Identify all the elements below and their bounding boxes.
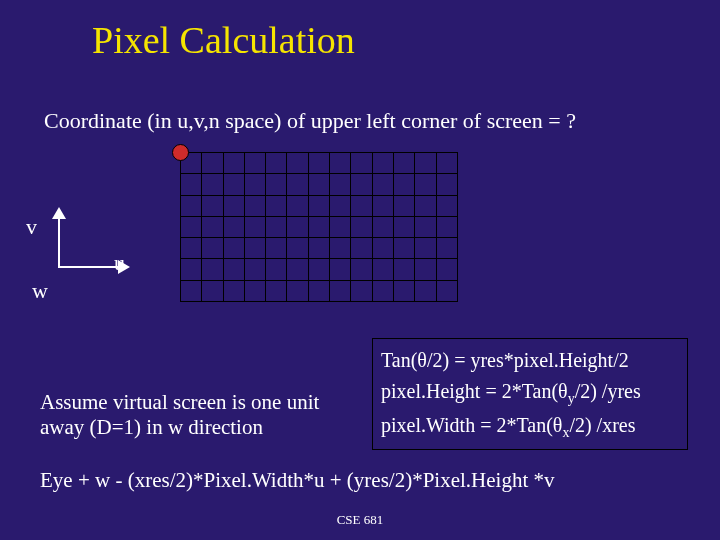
assumption-text: Assume virtual screen is one unit away (… [40, 390, 350, 440]
slide-subtitle: Coordinate (in u,v,n space) of upper lef… [44, 108, 576, 134]
axis-label-u: u [114, 250, 125, 276]
slide-title: Pixel Calculation [92, 18, 355, 62]
axis-label-v: v [26, 214, 37, 240]
v-axis-arrow-icon [52, 207, 66, 219]
slide-footer: CSE 681 [0, 512, 720, 528]
eye-formula: Eye + w - (xres/2)*Pixel.Width*u + (yres… [40, 468, 555, 493]
formula-3: pixel.Width = 2*Tan(θx/2) /xres [381, 410, 679, 444]
coordinate-axes [38, 210, 158, 290]
upper-left-corner-dot [172, 144, 189, 161]
u-axis-line [58, 266, 120, 268]
formula-box: Tan(θ/2) = yres*pixel.Height/2 pixel.Hei… [372, 338, 688, 450]
formula-2: pixel.Height = 2*Tan(θy/2) /yres [381, 376, 679, 410]
grid-table [180, 152, 458, 302]
formula-1: Tan(θ/2) = yres*pixel.Height/2 [381, 345, 679, 376]
axis-label-w: w [32, 278, 48, 304]
screen-grid [180, 152, 458, 302]
